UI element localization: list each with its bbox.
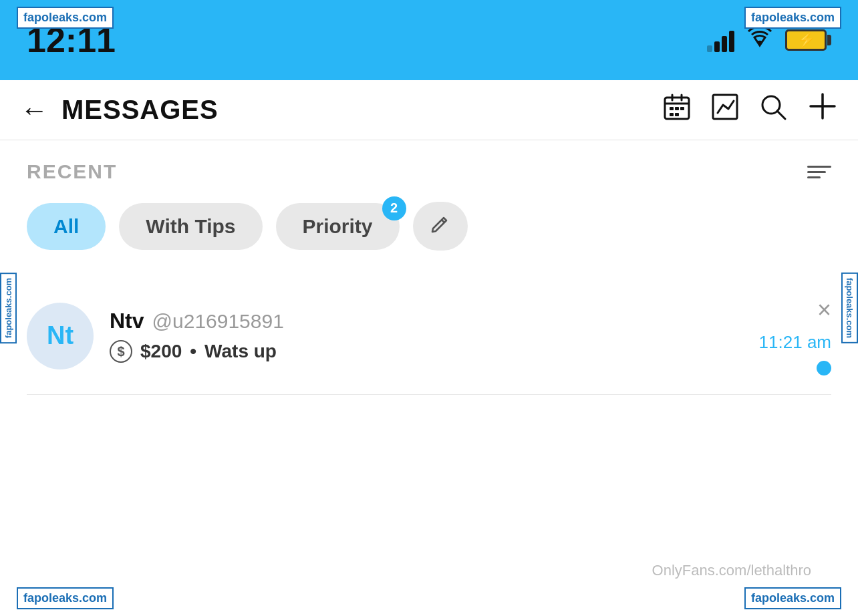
watermark-bottom-right: fapoleaks.com [744,587,841,609]
watermark-top-left: fapoleaks.com [17,7,114,29]
chart-icon[interactable] [711,93,739,127]
watermark-bottom-left: fapoleaks.com [17,587,114,609]
status-icons: ⚡ [707,25,831,55]
watermark-top-right: fapoleaks.com [744,7,841,29]
svg-rect-6 [680,107,684,110]
avatar-initials: Nt [47,321,74,350]
wifi-icon [745,25,774,55]
filter-line-1 [807,166,831,168]
message-name: Ntv [110,309,144,333]
priority-badge: 2 [382,196,406,220]
message-name-row: Ntv @u216915891 [110,309,743,333]
message-right: × 11:21 am [759,296,831,375]
filter-button[interactable] [807,166,831,178]
filter-line-3 [807,176,821,178]
search-icon[interactable] [759,93,787,127]
message-separator: • [190,341,196,362]
status-bar: 12:11 ⚡ [0,0,858,80]
message-text: Wats up [204,341,277,362]
section-header: RECENT [27,160,831,183]
signal-icon [707,28,734,52]
calendar-icon[interactable] [663,93,691,127]
svg-rect-5 [675,107,679,110]
filter-line-2 [807,171,826,173]
signal-bar-2 [714,41,720,52]
message-preview: $ $200 • Wats up [110,340,743,363]
signal-bar-4 [729,31,734,52]
message-amount: $200 [140,341,182,362]
signal-bar-1 [707,45,712,52]
svg-line-11 [777,111,785,119]
svg-rect-7 [670,113,674,116]
page-title: MESSAGES [61,95,219,125]
svg-line-14 [442,220,444,222]
message-time: 11:21 am [759,332,831,353]
message-handle: @u216915891 [152,310,284,333]
tab-with-tips[interactable]: With Tips [119,203,262,250]
dismiss-button[interactable]: × [817,296,831,324]
watermark-side-left: fapoleaks.com [0,273,17,343]
bottom-url: OnlyFans.com/lethalthro [652,562,811,579]
watermark-side-right: fapoleaks.com [841,273,858,343]
unread-indicator [817,361,831,375]
battery-icon: ⚡ [785,29,831,51]
message-info: Ntv @u216915891 $ $200 • Wats up [110,309,743,363]
avatar: Nt [27,303,94,369]
app-header: ← MESSAGES [0,80,858,140]
svg-rect-8 [675,113,679,116]
back-button[interactable]: ← [20,94,48,126]
tab-all[interactable]: All [27,203,106,250]
svg-rect-4 [670,107,674,110]
add-button[interactable] [807,91,838,129]
filter-tabs: All With Tips Priority 2 [27,202,831,251]
content-area: RECENT All With Tips Priority 2 Nt [0,140,858,415]
header-left: ← MESSAGES [20,94,219,126]
tab-priority[interactable]: Priority 2 [276,203,400,250]
dollar-icon: $ [110,340,132,363]
signal-bar-3 [722,36,727,52]
message-item[interactable]: Nt Ntv @u216915891 $ $200 • Wats up × 11… [27,277,831,395]
header-right [663,91,838,129]
message-list: Nt Ntv @u216915891 $ $200 • Wats up × 11… [27,277,831,395]
section-title: RECENT [27,160,117,183]
tab-edit[interactable] [413,202,468,251]
tab-priority-label: Priority [303,215,373,237]
